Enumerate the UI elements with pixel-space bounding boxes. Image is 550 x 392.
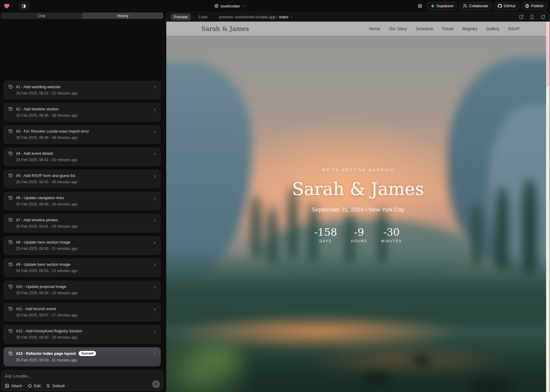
mode-selector[interactable]: Default [46, 384, 69, 388]
mode-label: Default [52, 384, 65, 388]
app-topbar: lovefrontier Supabase Collaborate [0, 0, 550, 12]
site-logo[interactable]: Sarah & James [193, 25, 249, 32]
history-clock-icon [8, 129, 13, 133]
history-item[interactable]: #9 - Update hero section image 25 Feb 20… [4, 259, 161, 277]
history-item[interactable]: #4 - Add event details 25 Feb 2025, 08:4… [4, 148, 161, 166]
project-selector[interactable]: lovefrontier [214, 0, 246, 12]
publish-label: Publish [531, 4, 543, 8]
history-clock-icon [8, 329, 13, 333]
countdown-value: -30 [381, 226, 402, 238]
history-item[interactable]: #10 - Update proposal image 25 Feb 2025,… [4, 281, 161, 299]
hero-eyebrow: WE'RE GETTING MARRIED [322, 168, 394, 172]
site-scrollbar-thumb[interactable] [546, 22, 549, 87]
chevron-right-icon[interactable] [153, 285, 157, 289]
history-clock-icon [8, 107, 13, 111]
site-nav-link[interactable]: Gallery [486, 26, 500, 31]
history-item-timestamp: 25 Feb 2025, 09:03 - 11 minutes ago [16, 358, 150, 362]
chevron-right-icon[interactable] [153, 174, 157, 178]
chevron-right-icon[interactable] [153, 196, 157, 201]
site-nav-link[interactable]: RSVP [508, 26, 520, 31]
preview-toolbar: Preview Code preview--lovefrontier.lovab… [166, 12, 550, 22]
tab-chat[interactable]: Chat [1, 13, 82, 19]
history-item-timestamp: 25 Feb 2025, 08:51 - 23 minutes ago [16, 224, 150, 229]
open-in-new-tab-button[interactable] [519, 15, 524, 19]
site-nav-link[interactable]: Registry [462, 26, 477, 31]
publish-button[interactable]: Publish [521, 2, 547, 10]
preview-url[interactable]: preview--lovefrontier.lovable.app / inde… [219, 15, 293, 19]
chevron-right-icon[interactable] [153, 152, 157, 156]
edit-label: Edit [34, 384, 41, 388]
site-scrollbar[interactable] [546, 22, 550, 392]
mobile-view-button[interactable] [530, 15, 534, 19]
github-button[interactable]: GitHub [494, 2, 519, 10]
site-nav-link[interactable]: Schedule [416, 26, 433, 31]
history-item-title: #9 - Update hero section image [16, 262, 70, 267]
history-item[interactable]: #13 - Refactor index page layout Current… [4, 347, 161, 366]
panel-left-icon [22, 4, 26, 8]
history-item[interactable]: #2 - Add timeline section 25 Feb 2025, 0… [4, 103, 161, 121]
heart-outline-icon [193, 26, 198, 31]
supabase-button[interactable]: Supabase [427, 2, 457, 10]
tab-history[interactable]: History [82, 13, 164, 19]
chevron-right-icon[interactable] [153, 241, 157, 245]
history-item-title: #5 - Add RSVP form and guest list [16, 173, 75, 178]
supabase-icon [431, 4, 435, 8]
chevron-right-icon[interactable] [153, 329, 157, 334]
history-clock-icon [8, 240, 13, 244]
users-icon [463, 4, 467, 8]
github-icon [498, 4, 502, 8]
site-header: Sarah & James Home Our Story Schedule Tr… [166, 22, 546, 36]
settings-button[interactable] [416, 2, 425, 10]
history-item-title: #8 - Update hero section image [16, 240, 70, 244]
prompt-input[interactable] [5, 374, 131, 380]
edit-select-button[interactable]: Edit [28, 384, 41, 388]
chevron-right-icon[interactable] [153, 107, 157, 112]
history-item[interactable]: #12 - Add Honeyfund Registry Section 25 … [4, 325, 161, 343]
chevron-down-icon [242, 4, 246, 8]
chevron-right-icon[interactable] [153, 307, 157, 312]
refresh-button[interactable] [541, 15, 545, 19]
hero-section: WE'RE GETTING MARRIED Sarah & James Sept… [166, 22, 550, 392]
site-nav-link[interactable]: Home [369, 26, 380, 31]
history-list: #1 - Add wedding website 25 Feb 2025, 08… [1, 81, 163, 366]
chevron-right-icon[interactable] [153, 130, 157, 134]
countdown-value: -9 [351, 226, 367, 238]
tab-code[interactable]: Code [195, 13, 210, 20]
send-button[interactable] [152, 380, 160, 388]
chevron-right-icon[interactable] [153, 263, 157, 267]
sidebar-toggle-button[interactable] [19, 2, 29, 10]
history-item[interactable]: #6 - Update navigation links 25 Feb 2025… [4, 192, 161, 210]
lovable-heart-icon [4, 3, 10, 9]
chevron-right-icon[interactable] [153, 218, 157, 223]
sliders-icon [46, 384, 50, 388]
site-nav-link[interactable]: Our Story [389, 26, 407, 31]
chevron-right-icon[interactable] [153, 352, 157, 356]
history-item[interactable]: #11 - Add brunch event 25 Feb 2025, 08:5… [4, 303, 161, 321]
history-clock-icon [8, 218, 13, 222]
history-item-timestamp: 25 Feb 2025, 08:48 - 26 minutes ago [16, 202, 150, 206]
collaborate-button[interactable]: Collaborate [459, 2, 492, 10]
preview-panel: Preview Code preview--lovefrontier.lovab… [166, 12, 550, 392]
lovable-logo-menu[interactable] [3, 2, 15, 10]
chevron-right-icon[interactable] [153, 85, 157, 90]
history-clock-icon [8, 307, 13, 311]
project-name: lovefrontier [221, 4, 240, 8]
tab-preview[interactable]: Preview [171, 13, 191, 20]
history-item-timestamp: 25 Feb 2025, 08:53 - 21 minutes ago [16, 247, 150, 251]
history-item[interactable]: #1 - Add wedding website 25 Feb 2025, 08… [4, 81, 161, 99]
history-clock-icon [8, 284, 13, 289]
history-item[interactable]: #7 - Add timeline photos 25 Feb 2025, 08… [4, 214, 161, 232]
attach-button[interactable]: Attach [5, 384, 22, 388]
site-nav-link[interactable]: Travel [442, 26, 453, 31]
history-item-timestamp: 25 Feb 2025, 08:53 - 21 minutes ago [16, 269, 150, 273]
left-sidebar: Chat History #1 - Add wedding website 25… [0, 12, 164, 392]
history-item-timestamp: 25 Feb 2025, 08:22 - 52 minutes ago [16, 91, 150, 95]
history-item[interactable]: #3 - Fix: Resolve Lucide-react import er… [4, 125, 161, 144]
history-item[interactable]: #8 - Update hero section image 25 Feb 20… [4, 236, 161, 255]
history-item[interactable]: #5 - Add RSVP form and guest list 25 Feb… [4, 170, 161, 188]
arrow-up-icon [154, 382, 158, 386]
site-nav: Home Our Story Schedule Travel Registry … [369, 26, 520, 31]
history-clock-icon [8, 262, 13, 267]
countdown-unit: -158 DAYS [314, 226, 337, 243]
attach-label: Attach [11, 384, 22, 388]
